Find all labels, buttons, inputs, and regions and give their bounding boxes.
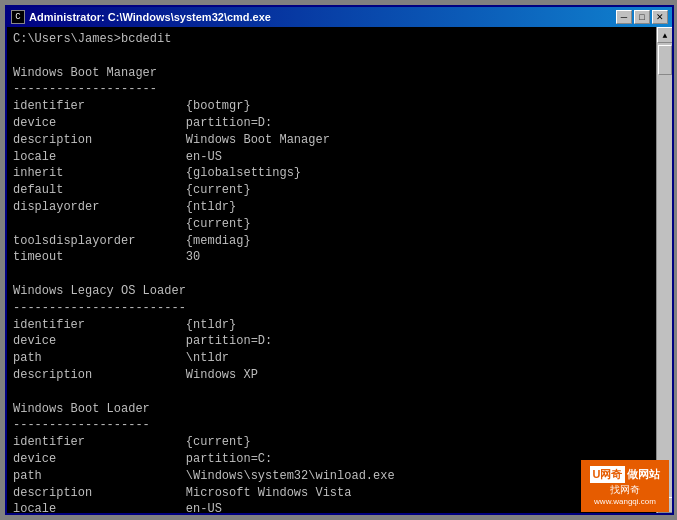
watermark: U网奇 做网站 找网奇 www.wangqi.com — [581, 460, 669, 512]
watermark-url: www.wangqi.com — [594, 497, 656, 506]
title-bar: C Administrator: C:\Windows\system32\cmd… — [7, 7, 672, 27]
watermark-tagline1: 做网站 — [627, 467, 660, 482]
window-body: C:\Users\James>bcdedit Windows Boot Mana… — [7, 27, 672, 513]
watermark-tagline2: 找网奇 — [610, 483, 640, 497]
scrollbar[interactable]: ▲ ▼ — [656, 27, 672, 513]
title-bar-left: C Administrator: C:\Windows\system32\cmd… — [11, 10, 271, 24]
scroll-track[interactable] — [657, 43, 672, 497]
minimize-button[interactable]: ─ — [616, 10, 632, 24]
maximize-button[interactable]: □ — [634, 10, 650, 24]
title-buttons: ─ □ ✕ — [616, 10, 668, 24]
window-title: Administrator: C:\Windows\system32\cmd.e… — [29, 11, 271, 23]
watermark-logo: U网奇 — [590, 466, 626, 483]
console-output[interactable]: C:\Users\James>bcdedit Windows Boot Mana… — [7, 27, 656, 513]
scroll-thumb[interactable] — [658, 45, 672, 75]
close-button[interactable]: ✕ — [652, 10, 668, 24]
scroll-up-button[interactable]: ▲ — [657, 27, 672, 43]
cmd-window: C Administrator: C:\Windows\system32\cmd… — [5, 5, 674, 515]
window-icon: C — [11, 10, 25, 24]
